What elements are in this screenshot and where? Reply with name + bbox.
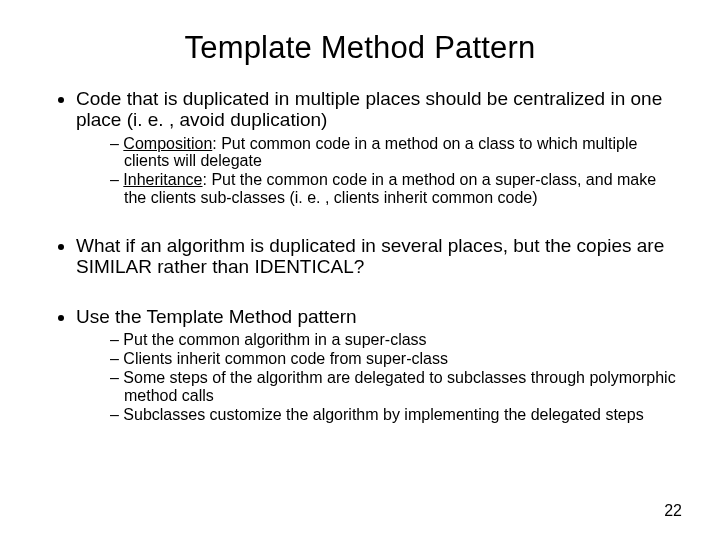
spacer [76, 282, 680, 302]
bullet-2: What if an algorithm is duplicated in se… [76, 235, 680, 278]
bullet-3-sub-4: Subclasses customize the algorithm by im… [110, 406, 680, 424]
bullet-1-sub-2-rest: : Put the common code in a method on a s… [124, 171, 656, 206]
slide: Template Method Pattern Code that is dup… [0, 0, 720, 540]
slide-title: Template Method Pattern [40, 30, 680, 66]
bullet-1-sublist: Composition: Put common code in a method… [76, 135, 680, 208]
page-number: 22 [664, 502, 682, 520]
bullet-3: Use the Template Method pattern Put the … [76, 306, 680, 424]
bullet-1-text: Code that is duplicated in multiple plac… [76, 88, 662, 130]
bullet-1-sub-1: Composition: Put common code in a method… [110, 135, 680, 171]
bullet-3-sub-3: Some steps of the algorithm are delegate… [110, 369, 680, 405]
bullet-3-sub-1: Put the common algorithm in a super-clas… [110, 331, 680, 349]
bullet-3-sublist: Put the common algorithm in a super-clas… [76, 331, 680, 424]
bullet-1-sub-1-label: Composition [123, 135, 212, 152]
bullet-1-sub-2-label: Inheritance [123, 171, 202, 188]
bullet-3-text: Use the Template Method pattern [76, 306, 357, 327]
bullet-list: Code that is duplicated in multiple plac… [40, 88, 680, 423]
bullet-3-sub-2: Clients inherit common code from super-c… [110, 350, 680, 368]
bullet-2-text: What if an algorithm is duplicated in se… [76, 235, 664, 277]
bullet-1-sub-2: Inheritance: Put the common code in a me… [110, 171, 680, 207]
bullet-1: Code that is duplicated in multiple plac… [76, 88, 680, 207]
spacer [76, 211, 680, 231]
